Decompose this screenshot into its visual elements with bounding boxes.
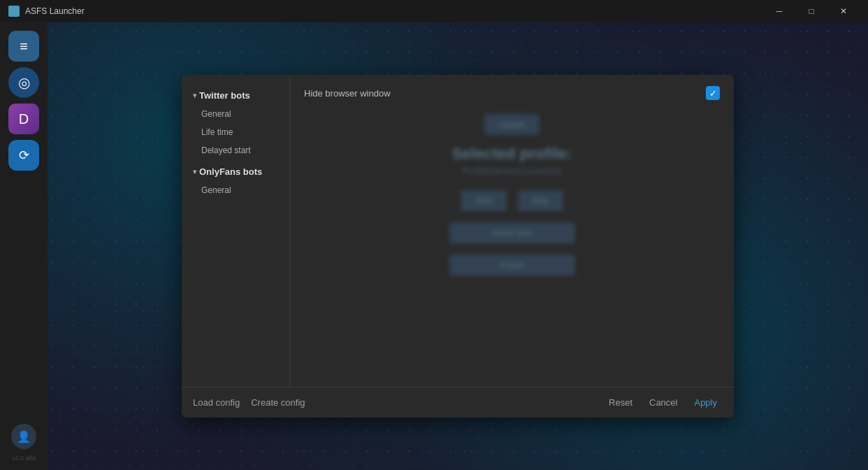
sidebar-item-browser[interactable]: ◎ bbox=[8, 67, 39, 98]
sidebar-item-d[interactable]: D bbox=[8, 104, 39, 134]
checkmark-icon: ✓ bbox=[709, 88, 717, 99]
nav-item-twitter-delayed[interactable]: Delayed start bbox=[182, 141, 289, 159]
onlyfans-bots-label: OnlyFans bots bbox=[199, 166, 262, 177]
nav-item-twitter-lifetime[interactable]: Life time bbox=[182, 123, 289, 141]
twitter-bots-section: ▾ Twitter bots General Life time Delayed… bbox=[182, 86, 289, 159]
user-avatar[interactable]: 👤 bbox=[11, 424, 36, 449]
sidebar-bottom: 👤 v2.0 alfa bbox=[11, 424, 36, 462]
reset-button[interactable]: Reset bbox=[603, 394, 638, 411]
window-controls: ─ □ ✕ bbox=[763, 0, 860, 22]
twitter-bots-arrow: ▾ bbox=[193, 92, 196, 99]
dialog-body: ▾ Twitter bots General Life time Delayed… bbox=[182, 75, 734, 387]
music-icon: ⟳ bbox=[19, 148, 29, 163]
profile-section: Selected profile: ProfileName/AccountInf… bbox=[304, 145, 720, 176]
blurred-content-area: Update Selected profile: ProfileName/Acc… bbox=[304, 111, 720, 278]
onlyfans-bots-section: ▾ OnlyFans bots General bbox=[182, 162, 289, 199]
avatar-icon: 👤 bbox=[17, 430, 31, 443]
active-bots-button: Active bots bbox=[449, 222, 575, 243]
titlebar-title: ASFS Launcher bbox=[25, 6, 763, 16]
close-button[interactable]: ✕ bbox=[827, 0, 860, 22]
sidebar-item-music[interactable]: ⟳ bbox=[8, 140, 39, 171]
nav-item-twitter-general[interactable]: General bbox=[182, 105, 289, 123]
footer-right: Reset Cancel Apply bbox=[603, 394, 723, 411]
create-config-button[interactable]: Create config bbox=[251, 394, 305, 411]
footer-left: Load config Create config bbox=[193, 394, 592, 411]
create-button: Create bbox=[449, 255, 575, 276]
load-config-button[interactable]: Load config bbox=[193, 394, 240, 411]
content-panel: Hide browser window ✓ Update Selected pr… bbox=[290, 75, 734, 387]
onlyfans-bots-title[interactable]: ▾ OnlyFans bots bbox=[182, 162, 289, 181]
settings-dialog: ▾ Twitter bots General Life time Delayed… bbox=[182, 75, 734, 418]
browser-icon: ◎ bbox=[18, 74, 30, 91]
maximize-button[interactable]: □ bbox=[795, 0, 827, 22]
hide-browser-row: Hide browser window ✓ bbox=[304, 86, 720, 100]
twitter-bots-label: Twitter bots bbox=[199, 90, 250, 101]
dialog-footer: Load config Create config Reset Cancel A… bbox=[182, 387, 734, 418]
cancel-button[interactable]: Cancel bbox=[644, 394, 683, 411]
version-label: v2.0 alfa bbox=[12, 455, 36, 462]
onlyfans-bots-arrow: ▾ bbox=[193, 168, 196, 176]
minimize-button[interactable]: ─ bbox=[763, 0, 795, 22]
profile-name: ProfileName/AccountInfo bbox=[304, 166, 720, 176]
selected-profile-title: Selected profile: bbox=[304, 145, 720, 163]
sidebar-item-menu[interactable]: ≡ bbox=[8, 31, 39, 62]
start-button: Start bbox=[461, 190, 506, 211]
modal-overlay: ▾ Twitter bots General Life time Delayed… bbox=[48, 22, 868, 470]
main-content: ▾ Twitter bots General Life time Delayed… bbox=[48, 22, 868, 470]
menu-icon: ≡ bbox=[20, 38, 28, 55]
titlebar: ASFS Launcher ─ □ ✕ bbox=[0, 0, 868, 22]
nav-item-onlyfans-general[interactable]: General bbox=[182, 181, 289, 199]
update-button: Update bbox=[484, 114, 540, 135]
hide-browser-label: Hide browser window bbox=[304, 88, 391, 99]
app-icon bbox=[8, 6, 20, 17]
start-stop-row: Start Stop bbox=[304, 187, 720, 214]
d-icon: D bbox=[19, 111, 29, 127]
nav-panel: ▾ Twitter bots General Life time Delayed… bbox=[182, 75, 290, 387]
sidebar: ≡ ◎ D ⟳ 👤 v2.0 alfa bbox=[0, 22, 48, 470]
stop-button: Stop bbox=[518, 190, 563, 211]
twitter-bots-title[interactable]: ▾ Twitter bots bbox=[182, 86, 289, 105]
hide-browser-checkbox[interactable]: ✓ bbox=[706, 86, 720, 100]
apply-button[interactable]: Apply bbox=[688, 394, 723, 411]
